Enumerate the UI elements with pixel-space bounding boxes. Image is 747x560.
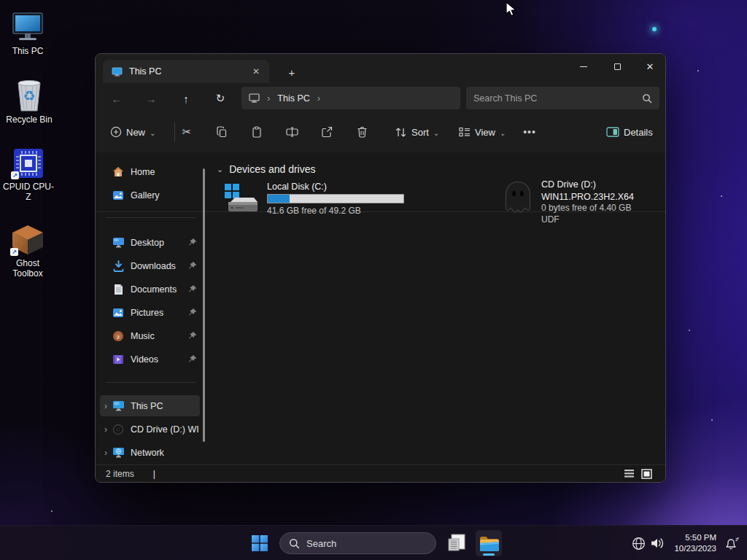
svg-text:♻: ♻ xyxy=(23,88,35,104)
up-button[interactable]: ↑ xyxy=(175,88,197,109)
thumbnail-view-toggle[interactable] xyxy=(638,467,655,481)
new-tab-button[interactable]: + xyxy=(284,64,300,80)
back-button[interactable]: ← xyxy=(106,88,128,109)
desktop-icon-this-pc[interactable]: This PC xyxy=(0,10,55,57)
wallpaper-star xyxy=(652,27,657,31)
sidebar-item-home[interactable]: › Home xyxy=(100,161,200,182)
app-window-icon xyxy=(447,533,466,553)
sidebar-item-desktop[interactable]: › Desktop xyxy=(100,232,200,253)
sidebar-item-videos[interactable]: › Videos xyxy=(100,349,200,370)
copy-icon xyxy=(216,126,228,138)
pin-icon xyxy=(187,284,198,294)
pictures-icon xyxy=(112,306,125,319)
maximize-icon xyxy=(614,63,621,70)
disk-usage-bar xyxy=(267,194,404,203)
tab-close-icon[interactable]: ✕ xyxy=(249,64,263,79)
desktop-icon-label: This PC xyxy=(0,47,55,57)
sidebar-item-label: Videos xyxy=(131,354,187,365)
list-view-icon xyxy=(624,469,635,478)
volume-icon[interactable] xyxy=(648,526,667,560)
sort-button[interactable]: Sort ⌄ xyxy=(390,120,444,144)
sidebar-item-this-pc[interactable]: › This PC xyxy=(100,395,200,416)
taskbar-file-explorer[interactable] xyxy=(476,530,502,556)
sidebar-item-gallery[interactable]: › Gallery xyxy=(100,184,200,206)
section-devices-and-drives[interactable]: ⌄ Devices and drives xyxy=(217,163,316,175)
wallpaper-star xyxy=(711,419,713,421)
sidebar-item-documents[interactable]: › Documents xyxy=(100,279,200,300)
sidebar-item-pictures[interactable]: › Pictures xyxy=(100,302,200,323)
details-view-toggle[interactable] xyxy=(620,467,638,481)
desktop-icon-cpu-z[interactable]: ↗ CPUID CPU-Z xyxy=(1,146,56,203)
breadcrumb-this-pc[interactable]: This PC xyxy=(277,93,309,104)
address-bar[interactable]: › This PC › xyxy=(241,87,460,109)
sidebar-item-downloads[interactable]: › Downloads xyxy=(100,255,200,276)
notifications-dnd-icon[interactable]: z z xyxy=(722,526,741,560)
details-button[interactable]: Details xyxy=(602,120,657,144)
pin-icon xyxy=(187,331,198,341)
music-icon: ♪ xyxy=(112,330,125,343)
maximize-button[interactable] xyxy=(600,54,634,79)
tab-this-pc[interactable]: This PC ✕ xyxy=(103,60,269,83)
copy-button[interactable] xyxy=(209,120,234,144)
start-button[interactable] xyxy=(247,530,273,556)
active-app-indicator xyxy=(483,553,495,556)
forward-button[interactable]: → xyxy=(140,88,162,109)
drive-tile-local-disk[interactable]: Local Disk (C:) 41.6 GB free of 49.2 GB xyxy=(223,182,404,217)
sidebar-item-cd-drive[interactable]: › CD Drive (D:) WI xyxy=(100,419,200,440)
sidebar-item-label: Music xyxy=(131,331,187,341)
search-box[interactable]: Search This PC xyxy=(466,87,659,109)
svg-text:♪: ♪ xyxy=(117,332,120,340)
documents-icon xyxy=(112,283,125,296)
sidebar-scrollbar[interactable] xyxy=(203,168,205,442)
recycle-bin-icon: ♻ xyxy=(1,79,57,112)
paste-button[interactable] xyxy=(244,120,269,144)
clock[interactable]: 5:50 PM 10/23/2023 xyxy=(674,532,716,554)
close-button[interactable]: ✕ xyxy=(633,54,666,79)
sidebar-item-label: Gallery xyxy=(131,190,200,201)
minimize-button[interactable] xyxy=(567,54,600,79)
drive-name: Local Disk (C:) xyxy=(267,182,404,192)
refresh-button[interactable]: ↻ xyxy=(209,88,231,109)
desktop-icon-label: Ghost Toolbox xyxy=(0,259,55,279)
sidebar-divider xyxy=(106,382,196,383)
section-collapse-icon[interactable]: ⌄ xyxy=(217,165,223,174)
delete-button[interactable] xyxy=(349,120,374,144)
drive-filesystem: UDF xyxy=(541,214,665,226)
taskbar-app-cpu-z[interactable] xyxy=(444,530,470,556)
cut-button[interactable]: ✂ xyxy=(174,120,199,144)
new-button[interactable]: New ⌄ xyxy=(106,120,160,144)
trash-icon xyxy=(357,126,368,138)
view-label: View xyxy=(475,127,495,138)
chevron-right-icon[interactable]: › xyxy=(100,424,112,435)
tab-title: This PC xyxy=(129,66,249,77)
drive-free-space: 41.6 GB free of 49.2 GB xyxy=(267,206,404,216)
desktop-icon-recycle-bin[interactable]: ♻ Recycle Bin xyxy=(1,79,57,125)
paste-icon xyxy=(251,126,263,138)
desktop-icon-label: CPUID CPU-Z xyxy=(1,182,56,203)
wallpaper-star xyxy=(689,330,690,331)
sidebar-divider xyxy=(106,217,196,218)
more-options-button[interactable]: ••• xyxy=(517,120,542,144)
sidebar-item-network[interactable]: › Network xyxy=(100,442,200,463)
sidebar-item-music[interactable]: › ♪ Music xyxy=(100,325,200,346)
network-icon[interactable] xyxy=(629,526,648,560)
cpu-z-icon: ↗ xyxy=(1,146,56,179)
wallpaper-star xyxy=(721,195,722,197)
search-placeholder: Search This PC xyxy=(473,93,642,104)
breadcrumb-chevron-icon[interactable]: › xyxy=(317,93,320,104)
chevron-right-icon[interactable]: › xyxy=(100,448,112,458)
chevron-right-icon[interactable]: › xyxy=(100,401,112,411)
downloads-icon xyxy=(112,260,125,273)
windows-logo-icon xyxy=(251,534,268,552)
rename-button[interactable] xyxy=(279,120,304,144)
drive-tile-cd-drive[interactable]: CD Drive (D:) WIN11.PRO.23H2.X64 0 bytes… xyxy=(500,176,665,226)
pin-icon xyxy=(187,238,198,247)
share-button[interactable] xyxy=(314,120,339,144)
breadcrumb-chevron-icon: › xyxy=(267,93,270,104)
command-bar: New ⌄ ✂ xyxy=(96,114,665,152)
wallpaper-star xyxy=(51,510,53,512)
taskbar-search[interactable]: Search xyxy=(279,532,436,554)
wallpaper-star xyxy=(697,70,699,71)
view-button[interactable]: View ⌄ xyxy=(454,120,510,144)
desktop-icon-ghost-toolbox[interactable]: ↗ Ghost Toolbox xyxy=(0,222,55,279)
